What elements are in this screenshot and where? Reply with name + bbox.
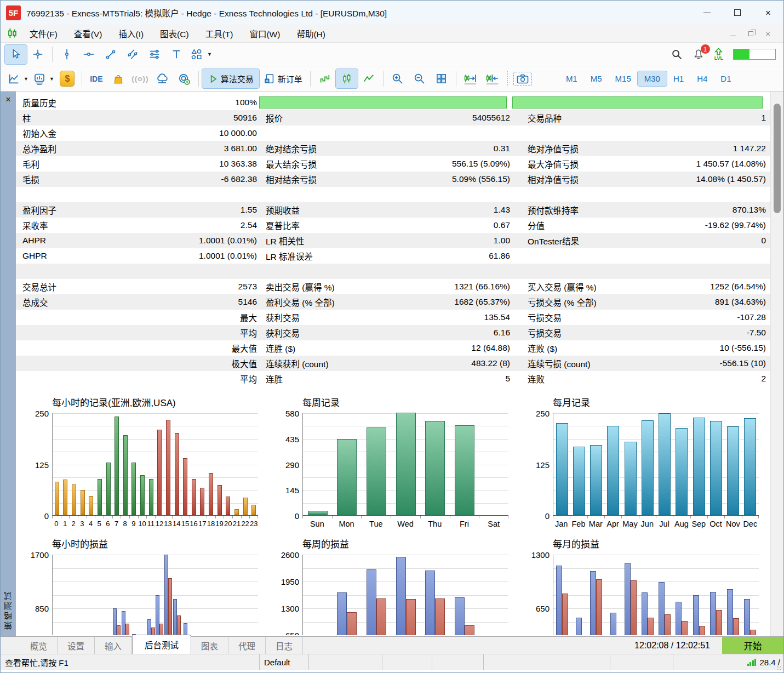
menu-item-5[interactable]: 工具(T) [197, 27, 242, 39]
bar-slot [104, 413, 113, 515]
menu-item-6[interactable]: 窗口(W) [241, 27, 288, 39]
close-button[interactable]: × [753, 1, 783, 25]
bar-slot [156, 555, 164, 635]
deposit-button[interactable]: $ [56, 69, 78, 88]
fibonacci-tool-button[interactable] [144, 45, 165, 64]
stat-value: 1.00 [380, 236, 510, 246]
trendline-tool-button[interactable] [100, 45, 122, 64]
bar [396, 557, 406, 635]
maximize-button[interactable] [722, 1, 753, 25]
stat-label: 分值 [510, 219, 644, 231]
bar-slot [553, 555, 570, 635]
copy-trading-button[interactable] [173, 69, 195, 88]
signals-button[interactable]: ((o)) [129, 69, 151, 88]
menu-item-7[interactable]: 帮助(H) [288, 27, 334, 39]
bar-slot [87, 555, 96, 635]
vertical-scrollbar[interactable] [770, 92, 783, 636]
stat-value: 1252 (64.54%) [644, 282, 766, 292]
bar [376, 598, 386, 635]
tile-windows-button[interactable] [431, 69, 453, 88]
minimize-button[interactable] [691, 1, 722, 25]
bar-slot [147, 555, 156, 635]
level-progress-bar [733, 49, 776, 60]
tab-日志[interactable]: 日志 [266, 637, 303, 654]
timeframe-h4[interactable]: H4 [690, 71, 714, 86]
text-tool-button[interactable] [165, 45, 187, 64]
bar [106, 463, 111, 515]
vertical-line-tool-button[interactable] [56, 45, 78, 64]
shapes-tool-button[interactable]: ▼ [187, 45, 214, 64]
x-axis-label: 14 [172, 520, 181, 528]
algo-trading-button[interactable]: 算法交易 [202, 69, 259, 88]
shift-end-button[interactable] [460, 69, 482, 88]
y-axis-label: 145 [285, 486, 299, 495]
start-button[interactable]: 开始 [722, 637, 783, 654]
lvl-button[interactable]: LVL [714, 48, 723, 61]
horizontal-line-tool-button[interactable] [78, 45, 100, 64]
timeframe-h1[interactable]: H1 [667, 71, 690, 86]
x-axis-label: 19 [215, 520, 224, 528]
mdi-minimize-button[interactable] [730, 28, 736, 38]
y-axis-label: 0 [545, 511, 550, 521]
tab-图表[interactable]: 图表 [191, 637, 228, 654]
axis-tick [78, 516, 78, 518]
tester-panel-close-button[interactable]: × [5, 95, 10, 105]
ide-button[interactable]: IDE [85, 69, 107, 88]
axis-tick [639, 516, 639, 518]
notifications-button[interactable]: 1 [693, 48, 705, 60]
fibonacci-icon [148, 48, 161, 60]
stat-label: 连续亏损 (count) [510, 357, 644, 369]
menu-item-1[interactable]: 文件(F) [21, 27, 66, 39]
tab-输入[interactable]: 输入 [95, 637, 132, 654]
shift-chart-button[interactable] [482, 69, 503, 88]
bar [177, 615, 181, 635]
zoom-in-icon [391, 72, 404, 85]
line-chart-button[interactable] [358, 69, 380, 88]
mdi-close-button[interactable]: × [765, 30, 770, 38]
screenshot-button[interactable] [511, 69, 534, 88]
search-icon[interactable] [671, 48, 683, 60]
timeframe-m1[interactable]: M1 [559, 71, 584, 86]
menu-item-2[interactable]: 查看(V) [66, 27, 111, 39]
tab-后台测试[interactable]: 后台测试 [132, 635, 191, 654]
channel-tool-button[interactable] [122, 45, 144, 64]
zoom-in-button[interactable] [387, 69, 409, 88]
cloud-button[interactable] [151, 69, 173, 88]
resize-grip[interactable] [777, 666, 782, 671]
crosshair-tool-button[interactable] [27, 45, 49, 64]
candle-chart-button[interactable] [336, 69, 358, 88]
bar-slot [87, 413, 96, 515]
market-watch-button[interactable]: ▼ [31, 69, 56, 88]
tester-side-strip: × 策略测试 [1, 92, 16, 636]
new-order-button[interactable]: 新订单 [259, 69, 307, 88]
bar [166, 420, 170, 515]
bar [556, 423, 568, 515]
timeframe-m30[interactable]: M30 [638, 71, 667, 86]
bar-slot [78, 413, 87, 515]
bar-slot [479, 555, 508, 635]
mdi-window-controls: × [730, 28, 778, 38]
bar [425, 421, 445, 515]
menu-item-4[interactable]: 图表(C) [152, 27, 197, 39]
cursor-tool-button[interactable] [5, 45, 27, 64]
stat-value: 556.15 (5.09%) [380, 159, 510, 169]
zoom-out-button[interactable] [409, 69, 431, 88]
stat-label: 总成交 [16, 296, 120, 308]
mdi-restore-button[interactable] [748, 28, 753, 38]
y-axis-label: 1700 [31, 550, 49, 560]
chart-window-button[interactable]: ▼ [5, 69, 31, 88]
timeframe-m15[interactable]: M15 [609, 71, 638, 86]
timeframe-d1[interactable]: D1 [714, 71, 737, 86]
status-profile[interactable]: Default [260, 654, 309, 670]
market-store-button[interactable] [107, 69, 129, 88]
tab-概览[interactable]: 概览 [20, 637, 58, 654]
tab-代理[interactable]: 代理 [228, 637, 266, 654]
stat-label: 获利交易 [257, 311, 380, 323]
stat-value: 最大 [120, 311, 257, 323]
bar [642, 592, 648, 635]
tab-设置[interactable]: 设置 [58, 637, 95, 654]
timeframe-m5[interactable]: M5 [584, 71, 609, 86]
scrollbar-thumb[interactable] [774, 104, 781, 213]
menu-item-3[interactable]: 插入(I) [110, 27, 152, 39]
tick-chart-button[interactable] [314, 69, 336, 88]
